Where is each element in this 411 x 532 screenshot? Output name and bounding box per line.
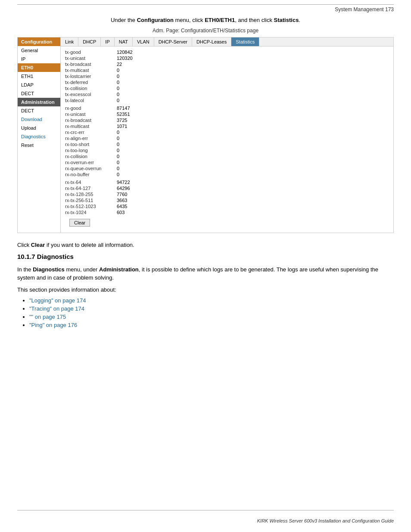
sidebar-item-ldap[interactable]: LDAP bbox=[18, 81, 60, 89]
stat-rx-collision: rx-collision0 bbox=[65, 153, 389, 159]
stat-tx-lostcarrier: tx-lostcarrier0 bbox=[65, 73, 389, 79]
bullet-list: "Logging" on page 174 "Tracing" on page … bbox=[17, 297, 394, 328]
bold-administration: Administration bbox=[99, 266, 139, 273]
sidebar-item-administration[interactable]: Administration bbox=[18, 98, 60, 106]
tab-dhcp-leases[interactable]: DHCP-Leases bbox=[192, 37, 231, 46]
list-item-tracing: "Tracing" on page 174 bbox=[29, 305, 394, 312]
tab-statistics[interactable]: Statistics bbox=[231, 37, 259, 46]
stat-rx-tx-1024: rx-tx-1024603 bbox=[65, 209, 389, 215]
stat-tx-deferred: tx-deferred0 bbox=[65, 79, 389, 85]
stat-rx-align-err: rx-align-err0 bbox=[65, 135, 389, 141]
bottom-label: KIRK Wireless Server 600v3 Installation … bbox=[257, 518, 394, 523]
sidebar-item-eth1[interactable]: ETH1 bbox=[18, 72, 60, 81]
stat-rx-unicast: rx-unicast52351 bbox=[65, 111, 389, 117]
bold-diagnostics: Diagnostics bbox=[33, 266, 65, 273]
tab-dhcp[interactable]: DHCP bbox=[78, 37, 101, 46]
section-para2: This section provides information about: bbox=[17, 286, 394, 294]
sidebar-item-ip[interactable]: IP bbox=[18, 55, 60, 63]
stat-rx-multicast: rx-multicast1071 bbox=[65, 123, 389, 129]
sidebar-item-dect-admin[interactable]: DECT bbox=[18, 106, 60, 115]
stat-tx-unicast: tx-unicast120320 bbox=[65, 55, 389, 61]
link-empty[interactable]: "" on page 175 bbox=[29, 314, 66, 320]
stats-table: tx-good120842 tx-unicast120320 tx-broadc… bbox=[61, 47, 393, 233]
page-number: System Management 173 bbox=[0, 5, 411, 12]
list-item-logging: "Logging" on page 174 bbox=[29, 297, 394, 304]
stat-rx-too-long: rx-too-long0 bbox=[65, 147, 389, 153]
stat-tx-collision: tx-collision0 bbox=[65, 85, 389, 91]
stat-tx-multicast: tx-multicast0 bbox=[65, 67, 389, 73]
section-para1: In the Diagnostics menu, under Administr… bbox=[17, 265, 394, 282]
caption: Adm. Page: Configuration/ETH/Statistics … bbox=[17, 28, 394, 34]
stat-tx-latecol: tx-latecol0 bbox=[65, 97, 389, 103]
stat-rx-tx-512-1023: rx-tx-512-10236435 bbox=[65, 203, 389, 209]
bold-clear: Clear bbox=[31, 242, 45, 248]
intro-sentence: Under the Configuration menu, click ETH0… bbox=[17, 17, 394, 23]
screenshot-box: Configuration General IP ETH0 ETH1 LDAP … bbox=[17, 37, 394, 233]
sidebar-item-download[interactable]: Download bbox=[18, 115, 60, 124]
stat-tx-excesscol: tx-excesscol0 bbox=[65, 91, 389, 97]
tab-link[interactable]: Link bbox=[61, 37, 78, 46]
sidebar-item-dect-config[interactable]: DECT bbox=[18, 89, 60, 98]
stat-rx-too-short: rx-too-short0 bbox=[65, 141, 389, 147]
stat-rx-tx-128-255: rx-tx-128-2557760 bbox=[65, 191, 389, 197]
bold-eth: ETH0/ETH1 bbox=[205, 17, 235, 23]
tab-vlan[interactable]: VLAN bbox=[133, 37, 154, 46]
sidebar-item-reset[interactable]: Reset bbox=[18, 141, 60, 149]
stat-rx-queue-overrun: rx-queue-overrun0 bbox=[65, 165, 389, 171]
stat-rx-broadcast: rx-broadcast3725 bbox=[65, 117, 389, 123]
stat-rx-tx-256-511: rx-tx-256-5113663 bbox=[65, 197, 389, 203]
sidebar-item-general[interactable]: General bbox=[18, 46, 60, 55]
stat-rx-tx-64: rx-tx-6494722 bbox=[65, 179, 389, 185]
bold-statistics: Statistics bbox=[274, 17, 299, 23]
sidebar-item-eth0[interactable]: ETH0 bbox=[18, 63, 60, 72]
sidebar-item-upload[interactable]: Upload bbox=[18, 124, 60, 132]
list-item-ping: "Ping" on page 176 bbox=[29, 322, 394, 328]
content-area: Link DHCP IP NAT VLAN DHCP-Server DHCP-L… bbox=[61, 37, 393, 233]
stat-rx-no-buffer: rx-no-buffer0 bbox=[65, 171, 389, 177]
tab-dhcp-server[interactable]: DHCP-Server bbox=[154, 37, 192, 46]
bold-configuration: Configuration bbox=[137, 17, 174, 23]
stat-rx-tx-64-127: rx-tx-64-12764296 bbox=[65, 185, 389, 191]
sidebar-item-configuration[interactable]: Configuration bbox=[18, 37, 60, 46]
tab-ip[interactable]: IP bbox=[101, 37, 114, 46]
sidebar: Configuration General IP ETH0 ETH1 LDAP … bbox=[18, 37, 61, 233]
stat-rx-crc-err: rx-crc-err0 bbox=[65, 129, 389, 135]
stat-rx-overrun-err: rx-overrun-err0 bbox=[65, 159, 389, 165]
stat-tx-broadcast: tx-broadcast22 bbox=[65, 61, 389, 67]
stat-rx-good: rx-good87147 bbox=[65, 105, 389, 111]
link-tracing[interactable]: "Tracing" on page 174 bbox=[29, 305, 84, 312]
sidebar-item-diagnostics[interactable]: Diagnostics bbox=[18, 132, 60, 141]
after-clear-text: Click Clear if you want to delete all in… bbox=[17, 241, 394, 249]
stat-tx-good: tx-good120842 bbox=[65, 49, 389, 55]
section-heading: 10.1.7 Diagnostics bbox=[17, 253, 394, 260]
link-logging[interactable]: "Logging" on page 174 bbox=[29, 297, 86, 304]
tab-bar: Link DHCP IP NAT VLAN DHCP-Server DHCP-L… bbox=[61, 37, 393, 47]
clear-button[interactable]: Clear bbox=[69, 219, 90, 227]
tab-nat[interactable]: NAT bbox=[115, 37, 133, 46]
link-ping[interactable]: "Ping" on page 176 bbox=[29, 322, 77, 328]
list-item-empty: "" on page 175 bbox=[29, 314, 394, 320]
